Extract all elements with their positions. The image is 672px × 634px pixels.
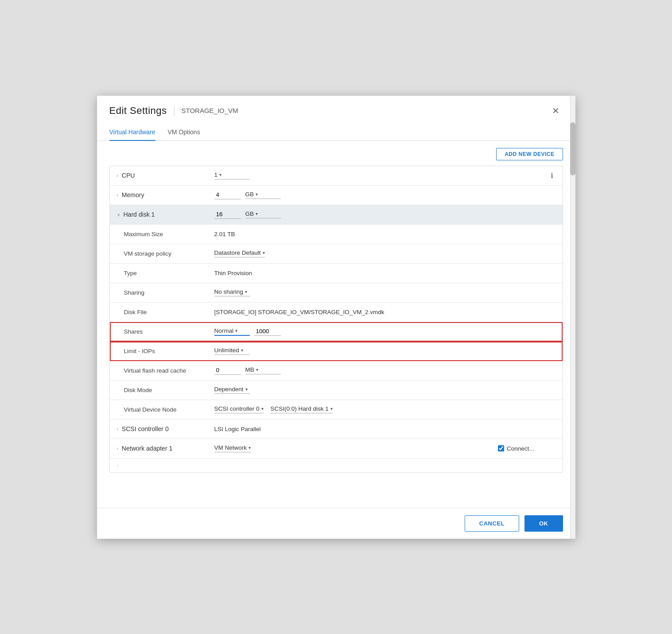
connect-checkbox[interactable] (498, 445, 504, 451)
sharing-value-area: No sharing ▾ (207, 284, 541, 301)
virtual-flash-unit-dropdown[interactable]: MB ▾ (245, 366, 281, 374)
partial-expand-icon[interactable]: › (117, 463, 118, 468)
disk-mode-caret: ▾ (245, 387, 248, 392)
modal-title: Edit Settings (109, 105, 167, 117)
disk-mode-label: Disk Mode (110, 382, 207, 398)
memory-expand-icon[interactable]: › (117, 193, 118, 198)
partial-row: › (110, 459, 563, 472)
add-new-device-button[interactable]: ADD NEW DEVICE (496, 148, 563, 160)
network-adapter-1-dropdown[interactable]: VM Network ▾ (214, 444, 251, 452)
network-adapter-caret: ▾ (249, 445, 251, 450)
limit-iops-value-area: Unlimited ▾ (207, 342, 541, 359)
network-adapter-expand-icon[interactable]: › (117, 446, 118, 451)
disk-mode-value-area: Dependent ▾ (207, 381, 541, 398)
hard-disk-1-unit-dropdown[interactable]: GB ▾ (245, 210, 281, 218)
disk-file-value: [STORAGE_IO] STORAGE_IO_VM/STORAGE_IO_VM… (207, 304, 541, 320)
network-adapter-connect-checkbox-area: Connect... (498, 445, 534, 452)
scsi-controller-0-row: › SCSI controller 0 LSI Logic Parallel (110, 420, 563, 439)
memory-unit-caret: ▾ (256, 192, 258, 197)
disk-file-row: Disk File [STORAGE_IO] STORAGE_IO_VM/STO… (110, 303, 563, 322)
network-adapter-connect-area: Connect... (491, 441, 541, 456)
sharing-dropdown[interactable]: No sharing ▾ (214, 288, 250, 296)
modal-footer: CANCEL OK (97, 508, 575, 539)
virtual-device-controller-dropdown[interactable]: SCSI controller 0 ▾ (214, 405, 264, 413)
cpu-label: › CPU (110, 167, 207, 183)
disk-mode-row: Disk Mode Dependent ▾ (110, 381, 563, 400)
memory-unit-dropdown[interactable]: GB ▾ (245, 191, 281, 199)
ok-button[interactable]: OK (524, 515, 563, 532)
cpu-dropdown-caret: ▾ (219, 172, 221, 177)
virtual-device-node-dropdown[interactable]: SCSI(0:0) Hard disk 1 ▾ (271, 405, 333, 413)
scrollbar-track[interactable] (570, 96, 575, 539)
virtual-flash-read-cache-value-area: MB ▾ (207, 362, 541, 379)
toolbar: ADD NEW DEVICE (109, 148, 563, 160)
tabs-container: Virtual Hardware VM Options (97, 124, 575, 141)
virtual-flash-read-cache-label: Virtual flash read cache (110, 363, 207, 378)
tab-virtual-hardware[interactable]: Virtual Hardware (109, 124, 155, 141)
connect-label: Connect... (507, 445, 534, 452)
vm-storage-policy-label: VM storage policy (110, 246, 207, 261)
virtual-flash-cache-input[interactable] (214, 366, 241, 375)
shares-number-input[interactable] (254, 327, 281, 336)
network-adapter-1-row: › Network adapter 1 VM Network ▾ Connect… (110, 439, 563, 459)
virtual-device-node-label: Virtual Device Node (110, 402, 207, 417)
virtual-device-node-row: Virtual Device Node SCSI controller 0 ▾ … (110, 400, 563, 420)
limit-iops-dropdown[interactable]: Unlimited ▾ (214, 347, 250, 355)
type-row: Type Thin Provision (110, 264, 563, 283)
network-adapter-1-value-area: VM Network ▾ (207, 440, 491, 457)
scsi-controller-0-value: LSI Logic Parallel (207, 421, 541, 437)
modal-header: Edit Settings STORAGE_IO_VM ✕ (97, 96, 575, 117)
cpu-row: › CPU 1 ▾ ℹ (110, 166, 563, 186)
disk-mode-dropdown[interactable]: Dependent ▾ (214, 386, 250, 394)
virtual-flash-unit-caret: ▾ (256, 367, 258, 372)
hard-disk-1-value-area: GB ▾ (207, 206, 541, 223)
sharing-label: Sharing (110, 285, 207, 300)
cancel-button[interactable]: CANCEL (465, 515, 519, 532)
scrollbar-thumb[interactable] (570, 122, 575, 175)
memory-input[interactable] (214, 191, 241, 199)
virtual-device-node-value-area: SCSI controller 0 ▾ SCSI(0:0) Hard disk … (207, 401, 541, 418)
cpu-value-area: 1 ▾ (207, 167, 541, 184)
shares-dropdown-caret: ▾ (235, 328, 237, 333)
hard-disk-expand-icon[interactable]: ∨ (117, 212, 120, 217)
sharing-row: Sharing No sharing ▾ (110, 283, 563, 303)
hard-disk-1-label: ∨ Hard disk 1 (110, 206, 207, 222)
hardware-table: › CPU 1 ▾ ℹ › Memory (109, 166, 563, 473)
virtual-flash-read-cache-row: Virtual flash read cache MB ▾ (110, 361, 563, 381)
limit-iops-label: Limit - IOPs (110, 343, 207, 359)
shares-label: Shares (110, 324, 207, 339)
type-label: Type (110, 265, 207, 281)
disk-file-label: Disk File (110, 304, 207, 320)
network-adapter-1-label: › Network adapter 1 (110, 440, 207, 456)
type-value: Thin Provision (207, 265, 541, 281)
cpu-info-action: ℹ (541, 171, 563, 180)
modal-vm-name: STORAGE_IO_VM (182, 107, 238, 114)
partial-label: › (110, 459, 207, 472)
maximum-size-row: Maximum Size 2.01 TB (110, 225, 563, 244)
limit-iops-row: Limit - IOPs Unlimited ▾ (110, 342, 563, 361)
memory-row: › Memory GB ▾ (110, 186, 563, 205)
vm-storage-policy-caret: ▾ (263, 250, 265, 255)
shares-value-area: Normal ▾ (207, 323, 541, 340)
cpu-expand-icon[interactable]: › (117, 173, 118, 178)
vm-storage-policy-dropdown[interactable]: Datastore Default ▾ (214, 249, 265, 257)
vm-storage-policy-row: VM storage policy Datastore Default ▾ (110, 244, 563, 264)
memory-value-area: GB ▾ (207, 186, 541, 204)
edit-settings-modal: Edit Settings STORAGE_IO_VM ✕ Virtual Ha… (97, 96, 575, 539)
hard-disk-1-unit-caret: ▾ (256, 211, 258, 216)
cpu-count-dropdown[interactable]: 1 ▾ (214, 171, 250, 179)
partial-value (207, 461, 563, 470)
shares-row: Shares Normal ▾ (110, 322, 563, 342)
scsi-expand-icon[interactable]: › (117, 427, 118, 432)
close-button[interactable]: ✕ (548, 105, 563, 117)
hard-disk-1-row: ∨ Hard disk 1 GB ▾ (110, 205, 563, 225)
header-separator (174, 106, 175, 116)
maximum-size-value: 2.01 TB (207, 226, 541, 242)
tab-vm-options[interactable]: VM Options (168, 124, 200, 141)
hard-disk-1-size-input[interactable] (214, 210, 241, 219)
memory-label: › Memory (110, 187, 207, 203)
cpu-info-icon[interactable]: ℹ (551, 171, 553, 180)
limit-iops-caret: ▾ (241, 348, 243, 353)
vdn-controller-caret: ▾ (261, 406, 264, 411)
shares-dropdown[interactable]: Normal ▾ (214, 327, 250, 336)
